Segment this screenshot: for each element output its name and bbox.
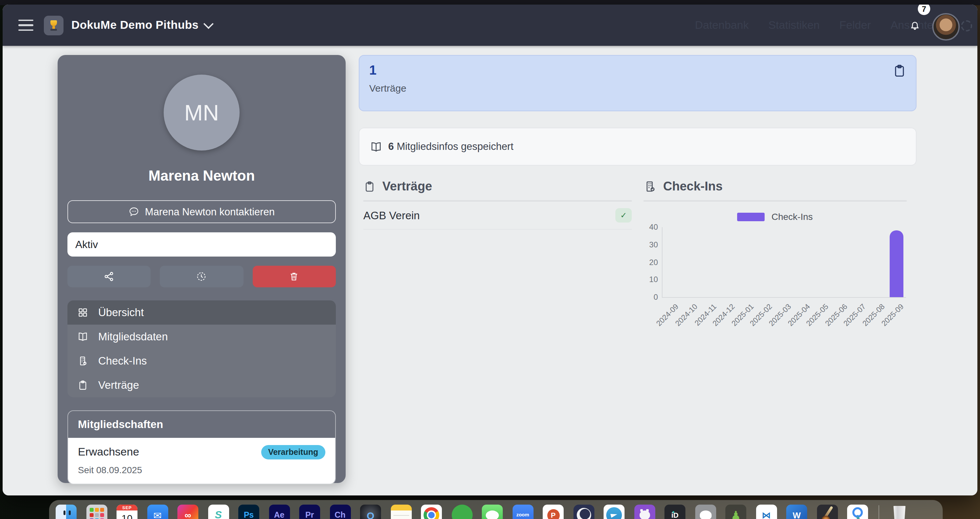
dock-trash-icon[interactable] [889, 505, 910, 519]
user-avatar[interactable] [932, 13, 960, 41]
menu-item-vertraege[interactable]: Verträge [67, 373, 336, 397]
stat-label: Verträge [369, 83, 906, 94]
membership-status-badge: Verarbeitung [261, 445, 325, 459]
membership-row[interactable]: Erwachsene Verarbeitung Seit 08.09.2025 [68, 438, 335, 484]
contact-button-label: Marena Newton kontaktieren [145, 206, 275, 217]
legend-label: Check-Ins [772, 211, 813, 222]
membership-since: Seit 08.09.2025 [78, 465, 325, 475]
speech-bubble-icon [129, 206, 140, 217]
legend-swatch [737, 213, 765, 221]
dock-notes-icon[interactable] [390, 505, 412, 519]
delete-button[interactable] [252, 266, 336, 287]
y-axis-tick: 40 [649, 222, 658, 232]
member-info-banner: 6 Mitgliedsinfos gespeichert [359, 128, 916, 165]
nav-link-statistiken[interactable]: Statistiken [768, 19, 819, 32]
dock-zoom-icon[interactable]: zoom [512, 505, 533, 519]
dock-photoshop-icon[interactable]: Ps [238, 505, 259, 519]
nav-link-felder[interactable]: Felder [839, 19, 871, 32]
trophy-icon [50, 20, 57, 26]
menu-item-label: Verträge [98, 379, 139, 391]
dock-id-app-icon[interactable]: iD [665, 505, 686, 519]
y-axis-tick: 0 [654, 292, 658, 302]
dock-surfshark-icon[interactable]: S [208, 505, 229, 519]
dock-premiere-icon[interactable]: Pr [299, 505, 320, 519]
status-input[interactable] [67, 232, 336, 257]
share-button[interactable] [67, 266, 151, 287]
dock-postico-icon[interactable] [695, 505, 716, 519]
dock-messages-icon[interactable] [482, 505, 503, 519]
contract-name: AGB Verein [363, 209, 420, 222]
checkins-section: Check-Ins Check-Ins 0102030402024-092024… [644, 179, 907, 345]
dock-after-effects-icon[interactable]: Ae [269, 505, 290, 519]
info-text: Mitgliedsinfos gespeichert [397, 141, 514, 152]
building-check-icon [77, 356, 88, 367]
member-profile-card: MN Marena Newton Marena Newton kontaktie… [57, 55, 346, 483]
macos-dock: SEP10✉∞SPsAePrChQzoomPiD♟⋈W [49, 500, 943, 519]
contracts-title: Verträge [382, 179, 432, 194]
y-axis-tick: 20 [649, 257, 658, 267]
building-check-icon [644, 180, 657, 193]
memberships-title: Mitgliedschaften [68, 411, 335, 438]
book-icon [77, 331, 88, 342]
menu-icon[interactable] [18, 20, 33, 31]
contracts-section: Verträge AGB Verein ✓ [363, 179, 632, 230]
dock-mail-icon[interactable]: ✉ [147, 505, 168, 519]
clipboard-icon [77, 379, 88, 391]
dock-chrome-icon[interactable] [421, 505, 442, 519]
menu-item-uebersicht[interactable]: Übersicht [67, 300, 336, 325]
share-icon [103, 271, 115, 282]
contract-row[interactable]: AGB Verein ✓ [363, 202, 632, 230]
chart-legend: Check-Ins [644, 211, 907, 222]
dock-green-circle-app-icon[interactable] [451, 505, 473, 519]
dock-vscode-icon[interactable]: ⋈ [756, 505, 777, 519]
dock-adobe-creative-cloud-icon[interactable]: ∞ [177, 505, 198, 519]
dock-word-icon[interactable]: W [786, 505, 807, 519]
contact-member-button[interactable]: Marena Newton kontaktieren [67, 200, 336, 223]
app-logo[interactable] [44, 15, 64, 35]
dock-garageband-icon[interactable] [817, 505, 838, 519]
checkins-chart: 0102030402024-092024-102024-112024-12202… [644, 227, 907, 345]
dock-obs-icon[interactable] [573, 505, 594, 519]
contract-accepted-button[interactable]: ✓ [616, 208, 632, 222]
stat-value: 1 [369, 63, 906, 78]
contracts-stat-card[interactable]: 1 Verträge [359, 55, 916, 111]
dock-github-icon[interactable] [634, 505, 655, 519]
screen: DokuMe Demo Pithubs DatenbankStatistiken… [0, 0, 980, 519]
book-icon [370, 140, 382, 153]
checkins-title: Check-Ins [663, 179, 723, 194]
dock-character-animator-icon[interactable]: Ch [329, 505, 350, 519]
dock-telegram-icon[interactable] [604, 505, 625, 519]
navbar: DokuMe Demo Pithubs DatenbankStatistiken… [3, 5, 977, 46]
dock-launchpad-icon[interactable] [86, 505, 107, 519]
clipboard-icon [892, 63, 907, 79]
member-name: Marena Newton [67, 168, 336, 184]
dock-finder-icon[interactable] [56, 505, 76, 519]
chevron-down-icon[interactable] [204, 19, 214, 29]
nav-link-datenbank[interactable]: Datenbank [695, 19, 749, 32]
dock-divider [878, 505, 879, 519]
clock-icon [196, 271, 207, 282]
y-axis-tick: 30 [649, 240, 658, 249]
notifications-bell-icon[interactable] [909, 20, 920, 32]
menu-item-label: Check-Ins [98, 355, 147, 367]
nav-links: DatenbankStatistikenFelderAnsichten [695, 5, 939, 46]
app-window: DokuMe Demo Pithubs DatenbankStatistiken… [3, 5, 977, 495]
menu-item-label: Mitgliedsdaten [98, 330, 168, 343]
grid-icon [77, 307, 88, 318]
membership-name: Erwachsene [78, 446, 139, 459]
dock-chess-icon[interactable]: ♟ [725, 505, 746, 519]
bar-2025-09[interactable] [890, 231, 904, 297]
dock-keychain-icon[interactable] [847, 505, 868, 519]
dock-powerpoint-icon[interactable]: P [543, 505, 564, 519]
member-initials-avatar: MN [164, 75, 240, 151]
menu-item-mitgliedsdaten[interactable]: Mitgliedsdaten [67, 325, 336, 349]
menu-item-checkins[interactable]: Check-Ins [67, 349, 336, 373]
menu-item-label: Übersicht [98, 306, 144, 319]
workspace-title[interactable]: DokuMe Demo Pithubs [72, 18, 199, 32]
settings-gear-icon[interactable] [961, 20, 972, 32]
chart-plot-area: 0102030402024-092024-102024-112024-12202… [662, 227, 906, 298]
dock-quicktime-icon[interactable]: Q [360, 505, 381, 519]
history-button[interactable] [160, 266, 243, 287]
memberships-card: Mitgliedschaften Erwachsene Verarbeitung… [67, 410, 336, 484]
dock-calendar-icon[interactable]: SEP10 [116, 505, 137, 519]
